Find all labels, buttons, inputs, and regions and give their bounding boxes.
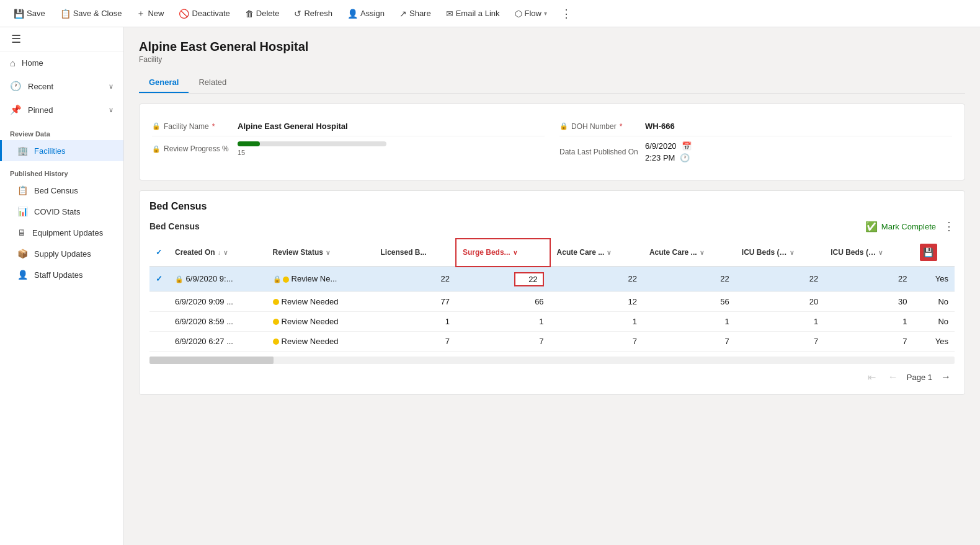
- save-close-button[interactable]: 📋 Save & Close: [54, 5, 128, 22]
- sidebar-item-covid-stats[interactable]: 📊 COVID Stats: [0, 201, 123, 222]
- form-right: 🔒 DOH Number * WH-666 Data Last Publishe…: [559, 117, 952, 167]
- cell-acute-care-1: 1: [550, 311, 643, 331]
- sidebar-item-home[interactable]: ⌂ Home: [0, 51, 123, 74]
- table-save-button[interactable]: 💾: [920, 244, 937, 261]
- sidebar-item-facilities[interactable]: 🏢 Facilities: [0, 140, 123, 161]
- more-options-button[interactable]: ⋮: [556, 4, 577, 23]
- flow-icon: ⬡: [515, 9, 522, 19]
- col-header-acute-care-2[interactable]: Acute Care ... ∨: [643, 239, 736, 267]
- form-left: 🔒 Facility Name * Alpine East General Ho…: [152, 117, 545, 167]
- progress-track: [238, 141, 386, 146]
- save-button[interactable]: 💾 Save: [7, 5, 51, 22]
- prev-page-button[interactable]: ←: [884, 370, 902, 384]
- calendar-icon[interactable]: 📅: [682, 141, 692, 151]
- cell-icu-beds-2: 30: [824, 291, 913, 311]
- table-more-options-button[interactable]: ⋮: [943, 219, 955, 233]
- tab-general[interactable]: General: [139, 73, 189, 93]
- cell-last-col: Yes: [914, 267, 955, 292]
- next-page-button[interactable]: →: [937, 370, 955, 384]
- col-header-check: ✓: [149, 239, 169, 267]
- assign-button[interactable]: 👤 Assign: [341, 5, 391, 22]
- cell-icu-beds-2: 7: [824, 331, 913, 351]
- horizontal-scrollbar[interactable]: [149, 357, 955, 364]
- table-row[interactable]: 6/9/2020 8:59 ...Review Needed111111No: [149, 311, 955, 331]
- row-checkbox[interactable]: [149, 331, 169, 351]
- deactivate-button[interactable]: 🚫 Deactivate: [172, 5, 236, 22]
- tab-related[interactable]: Related: [189, 73, 236, 93]
- hamburger-menu-button[interactable]: ☰: [7, 29, 25, 49]
- col-chevron-icon-7: ∨: [878, 249, 883, 256]
- sidebar-item-bed-census[interactable]: 📋 Bed Census: [0, 180, 123, 201]
- flow-chevron-icon: ▾: [544, 10, 547, 17]
- cell-acute-care-1: 22: [550, 267, 643, 292]
- new-button[interactable]: ＋ New: [130, 4, 170, 23]
- col-header-icu-beds-1[interactable]: ICU Beds (… ∨: [736, 239, 824, 267]
- cell-icu-beds-1: 22: [736, 267, 824, 292]
- sidebar-item-recent[interactable]: 🕐 Recent ∨: [0, 74, 123, 98]
- cell-last-col: Yes: [914, 331, 955, 351]
- data-last-published-values: 6/9/2020 📅 2:23 PM 🕐: [645, 141, 692, 162]
- cell-surge-beds[interactable]: 22: [456, 267, 550, 292]
- lock-icon: 🔒: [175, 275, 184, 283]
- email-link-button[interactable]: ✉ Email a Link: [440, 5, 506, 22]
- scroll-thumb: [149, 357, 274, 364]
- sidebar-item-supply-updates[interactable]: 📦 Supply Updates: [0, 243, 123, 264]
- row-checkbox[interactable]: [149, 311, 169, 331]
- clock-icon: 🕐: [680, 153, 690, 162]
- cell-acute-care-2: 22: [643, 267, 736, 292]
- content-area: Alpine East General Hospital Facility Ge…: [124, 27, 980, 545]
- data-last-published-date: 6/9/2020: [645, 141, 677, 151]
- cell-icu-beds-2: 1: [824, 311, 913, 331]
- col-header-icu-beds-2[interactable]: ICU Beds (… ∨: [824, 239, 913, 267]
- facility-name-row: 🔒 Facility Name * Alpine East General Ho…: [152, 117, 545, 136]
- toolbar: 💾 Save 📋 Save & Close ＋ New 🚫 Deactivate…: [0, 0, 980, 27]
- col-header-review-status[interactable]: Review Status ∨: [267, 239, 375, 267]
- table-header: ✓ Created On ↓ ∨: [149, 239, 955, 267]
- table-scroll-container[interactable]: ✓ Created On ↓ ∨: [149, 238, 955, 352]
- review-data-section-label: Review Data: [0, 122, 123, 140]
- lock-icon-2: 🔒: [152, 145, 161, 153]
- cell-icu-beds-2: 22: [824, 267, 913, 292]
- review-progress-row: 🔒 Review Progress % 15: [152, 136, 545, 161]
- row-checkbox[interactable]: [149, 291, 169, 311]
- first-page-button[interactable]: ⇤: [864, 370, 880, 384]
- delete-button[interactable]: 🗑 Delete: [239, 5, 286, 22]
- save-icon: 💾: [14, 9, 24, 19]
- sidebar-item-staff-updates[interactable]: 👤 Staff Updates: [0, 264, 123, 285]
- sidebar-item-pinned[interactable]: 📌 Pinned ∨: [0, 98, 123, 122]
- progress-fill: [238, 141, 260, 146]
- bed-census-table: ✓ Created On ↓ ∨: [149, 238, 955, 352]
- refresh-button[interactable]: ↺ Refresh: [288, 5, 339, 22]
- row-checkbox[interactable]: ✓: [149, 267, 169, 292]
- col-header-surge-beds[interactable]: Surge Beds... ∨: [456, 239, 550, 267]
- table-row[interactable]: ✓🔒 6/9/2020 9:...🔒Review Ne...2222222222…: [149, 267, 955, 292]
- table-row[interactable]: 6/9/2020 9:09 ...Review Needed7766125620…: [149, 291, 955, 311]
- cell-last-col: No: [914, 291, 955, 311]
- cell-licensed-beds: 22: [375, 267, 456, 292]
- sidebar: ☰ ⌂ Home 🕐 Recent ∨ 📌 Pinned ∨ Review Da…: [0, 27, 124, 545]
- check-mark: ✓: [156, 274, 163, 283]
- doh-number-label: 🔒 DOH Number *: [559, 122, 640, 131]
- flow-button[interactable]: ⬡ Flow ▾: [509, 5, 553, 22]
- select-all-checkbox[interactable]: ✓: [156, 248, 162, 257]
- surge-beds-input[interactable]: 22: [514, 272, 544, 286]
- share-button[interactable]: ↗ Share: [393, 5, 437, 22]
- sidebar-top: ☰: [0, 27, 123, 51]
- table-row[interactable]: 6/9/2020 6:27 ...Review Needed777777Yes: [149, 331, 955, 351]
- cell-icu-beds-1: 20: [736, 291, 824, 311]
- progress-bar-container: 15: [238, 141, 545, 156]
- cell-review-status: Review Needed: [267, 311, 375, 331]
- mark-complete-icon: ✅: [865, 221, 878, 233]
- status-dot: [273, 339, 279, 345]
- refresh-icon: ↺: [294, 9, 301, 19]
- status-dot: [273, 319, 279, 325]
- main-layout: ☰ ⌂ Home 🕐 Recent ∨ 📌 Pinned ∨ Review Da…: [0, 27, 980, 545]
- sidebar-item-equipment-updates[interactable]: 🖥 Equipment Updates: [0, 222, 123, 243]
- mark-complete-button[interactable]: ✅ Mark Complete: [865, 221, 936, 233]
- data-last-published-row: Data Last Published On 6/9/2020 📅 2:23 P…: [559, 136, 952, 167]
- col-header-licensed-b[interactable]: Licensed B...: [375, 239, 456, 267]
- col-header-created-on[interactable]: Created On ↓ ∨: [169, 239, 267, 267]
- col-header-acute-care-1[interactable]: Acute Care ... ∨: [550, 239, 643, 267]
- cell-licensed-beds: 77: [375, 291, 456, 311]
- cell-licensed-beds: 1: [375, 311, 456, 331]
